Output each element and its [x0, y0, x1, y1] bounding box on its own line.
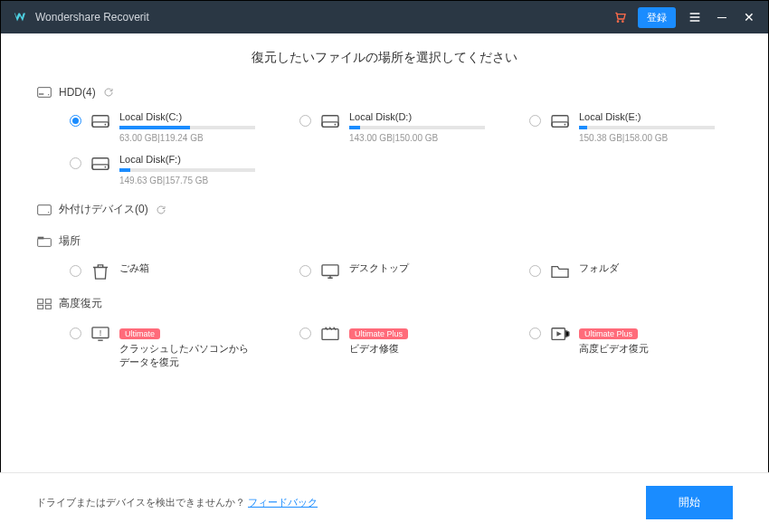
disk-item[interactable]: Local Disk(F:)149.63 GB|157.75 GB	[70, 154, 272, 185]
advanced-label: ビデオ修復	[349, 342, 502, 356]
advanced-video-repair[interactable]: Ultimate Plus ビデオ修復	[299, 324, 502, 373]
app-title: Wondershare Recoverit	[35, 11, 149, 24]
svg-rect-3	[92, 116, 109, 128]
svg-rect-9	[552, 116, 568, 128]
trash-icon	[90, 263, 110, 280]
radio[interactable]	[70, 328, 81, 339]
refresh-icon[interactable]	[103, 87, 114, 98]
drive-icon	[550, 113, 570, 129]
svg-rect-12	[92, 158, 109, 170]
svg-rect-26	[322, 329, 338, 340]
minimize-button[interactable]: ─	[714, 10, 730, 24]
places-grid: ごみ箱 デスクトップ フォルダ	[37, 261, 732, 280]
video-repair-icon	[320, 326, 340, 342]
disk-usage-bar	[349, 126, 485, 129]
section-places-header: 場所	[37, 233, 732, 249]
svg-rect-1	[39, 93, 43, 94]
radio[interactable]	[529, 328, 541, 339]
svg-rect-22	[38, 305, 43, 309]
radio[interactable]	[299, 265, 311, 277]
start-button[interactable]: 開始	[646, 486, 733, 519]
advanced-crash-recovery[interactable]: ! Ultimate クラッシュしたパソコンからデータを復元	[70, 324, 272, 373]
svg-rect-15	[38, 204, 52, 214]
advanced-video-advanced[interactable]: Ultimate Plus 高度ビデオ復元	[529, 324, 732, 373]
radio[interactable]	[70, 157, 81, 169]
place-label: フォルダ	[579, 261, 732, 275]
advanced-section-icon	[37, 298, 52, 310]
disk-label: Local Disk(D:)	[349, 111, 502, 122]
radio[interactable]	[70, 265, 81, 277]
titlebar-controls: 登録 ─ ✕	[612, 7, 757, 28]
disk-usage-bar	[119, 168, 255, 172]
titlebar: Wondershare Recoverit 登録 ─ ✕	[1, 1, 768, 33]
section-advanced-label: 高度復元	[59, 296, 102, 311]
svg-rect-13	[92, 165, 109, 169]
section-hdd-header: HDD(4)	[37, 86, 732, 99]
radio[interactable]	[529, 115, 541, 127]
section-external-header: 外付けデバイス(0)	[37, 202, 732, 217]
svg-point-5	[105, 124, 107, 126]
svg-rect-4	[92, 122, 109, 127]
section-advanced-header: 高度復元	[37, 296, 732, 311]
disk-item[interactable]: Local Disk(C:)63.00 GB|119.24 GB	[70, 111, 272, 143]
main-content: 復元したいファイルの場所を選択してください HDD(4) Local Disk(…	[1, 33, 768, 373]
radio[interactable]	[299, 328, 311, 339]
svg-rect-0	[38, 88, 52, 98]
advanced-grid: ! Ultimate クラッシュしたパソコンからデータを復元 Ultimate …	[37, 324, 732, 373]
footer-prompt: ドライブまたはデバイスを検出できませんか？	[36, 497, 245, 508]
radio[interactable]	[299, 115, 311, 127]
svg-point-14	[105, 166, 107, 168]
disks-grid: Local Disk(C:)63.00 GB|119.24 GBLocal Di…	[37, 111, 732, 185]
disk-item[interactable]: Local Disk(E:)150.38 GB|158.00 GB	[529, 111, 732, 143]
place-trash[interactable]: ごみ箱	[70, 261, 272, 280]
svg-rect-19	[322, 265, 338, 276]
section-hdd: HDD(4) Local Disk(C:)63.00 GB|119.24 GBL…	[37, 86, 732, 185]
place-folder[interactable]: フォルダ	[529, 261, 732, 280]
disk-label: Local Disk(F:)	[119, 154, 272, 165]
radio[interactable]	[529, 265, 541, 277]
section-hdd-label: HDD(4)	[59, 86, 96, 99]
app-logo-icon	[12, 9, 28, 25]
page-title: 復元したいファイルの場所を選択してください	[37, 50, 732, 66]
place-desktop[interactable]: デスクトップ	[299, 261, 502, 280]
refresh-icon[interactable]	[156, 204, 166, 215]
places-section-icon	[37, 235, 52, 248]
disk-meta: 150.38 GB|158.00 GB	[579, 133, 732, 143]
external-device-icon	[37, 204, 52, 216]
advanced-label: クラッシュしたパソコンからデータを復元	[119, 342, 255, 369]
disk-usage-bar	[579, 126, 715, 129]
disk-meta: 63.00 GB|119.24 GB	[119, 133, 272, 143]
ultimate-plus-badge: Ultimate Plus	[579, 328, 638, 339]
app-logo-wrap: Wondershare Recoverit	[12, 9, 149, 25]
radio[interactable]	[70, 115, 81, 127]
disk-meta: 143.00 GB|150.00 GB	[349, 133, 502, 143]
cart-icon[interactable]	[612, 10, 627, 24]
place-label: ごみ箱	[119, 261, 272, 275]
svg-rect-18	[38, 236, 44, 239]
svg-rect-6	[322, 116, 338, 128]
section-advanced: 高度復元 ! Ultimate クラッシュしたパソコンからデータを復元 Ulti…	[37, 296, 732, 373]
video-advanced-icon	[550, 326, 570, 342]
menu-icon[interactable]	[687, 10, 703, 24]
footer: ドライブまたはデバイスを検出できませんか？ フィードバック 開始	[0, 472, 769, 532]
ultimate-plus-badge: Ultimate Plus	[349, 328, 408, 339]
advanced-label: 高度ビデオ復元	[579, 342, 732, 356]
disk-item[interactable]: Local Disk(D:)143.00 GB|150.00 GB	[299, 111, 502, 143]
feedback-link[interactable]: フィードバック	[248, 497, 318, 508]
section-external-label: 外付けデバイス(0)	[59, 202, 148, 217]
section-places-label: 場所	[59, 233, 81, 249]
close-button[interactable]: ✕	[741, 10, 757, 24]
drive-icon	[320, 113, 340, 129]
disk-usage-bar	[119, 126, 255, 129]
section-places: 場所 ごみ箱 デスクトップ フォルダ	[37, 233, 732, 280]
svg-rect-17	[38, 238, 52, 246]
svg-text:!: !	[100, 328, 102, 337]
register-button[interactable]: 登録	[638, 7, 676, 28]
svg-point-8	[335, 124, 337, 126]
svg-rect-21	[45, 299, 51, 303]
place-label: デスクトップ	[349, 261, 502, 275]
svg-rect-23	[45, 305, 51, 309]
ultimate-badge: Ultimate	[119, 328, 160, 339]
monitor-alert-icon: !	[90, 326, 110, 342]
desktop-icon	[320, 263, 340, 280]
